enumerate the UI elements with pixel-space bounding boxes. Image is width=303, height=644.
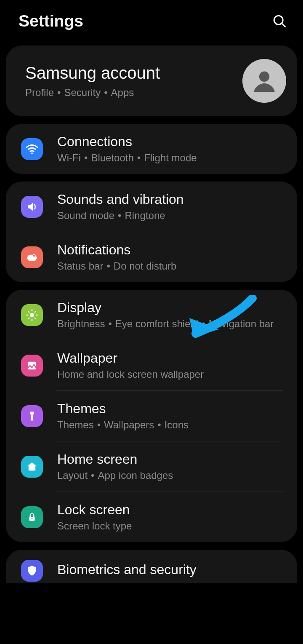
- item-title: Wallpaper: [57, 350, 287, 366]
- search-button[interactable]: [270, 12, 289, 30]
- svg-point-5: [33, 254, 35, 257]
- item-title: Display: [57, 300, 287, 315]
- svg-line-14: [35, 311, 36, 312]
- notification-icon: [21, 246, 43, 268]
- themes-icon: [21, 405, 43, 427]
- item-subtitle: Screen lock type: [57, 520, 287, 532]
- settings-item-biometrics[interactable]: Biometrics and security: [6, 550, 297, 583]
- item-title: Themes: [57, 401, 287, 417]
- settings-group: Display Brightness•Eye comfort shield•Na…: [6, 290, 297, 542]
- svg-point-6: [30, 313, 34, 317]
- account-title: Samsung account: [25, 64, 242, 83]
- home-icon: [21, 456, 43, 478]
- svg-line-1: [282, 23, 285, 27]
- svg-line-13: [28, 318, 29, 318]
- settings-item-themes[interactable]: Themes Themes•Wallpapers•Icons: [6, 391, 297, 441]
- shield-icon: [21, 560, 43, 582]
- page-title: Settings: [19, 12, 83, 30]
- item-subtitle: Themes•Wallpapers•Icons: [57, 419, 287, 431]
- search-icon: [272, 13, 287, 29]
- svg-point-16: [30, 363, 32, 365]
- svg-point-3: [31, 152, 33, 154]
- account-card[interactable]: Samsung account Profile•Security•Apps: [6, 45, 297, 116]
- settings-item-connections[interactable]: Connections Wi-Fi•Bluetooth•Flight mode: [6, 124, 297, 174]
- svg-line-12: [35, 318, 36, 318]
- item-subtitle: Sound mode•Ringtone: [57, 210, 287, 222]
- lock-icon: [21, 506, 43, 528]
- item-title: Notifications: [57, 242, 287, 258]
- person-icon: [250, 66, 279, 96]
- avatar[interactable]: [242, 59, 286, 103]
- svg-line-11: [28, 311, 29, 312]
- item-subtitle: Home and lock screen wallpaper: [57, 369, 287, 380]
- svg-point-2: [259, 72, 270, 82]
- settings-item-home-screen[interactable]: Home screen Layout•App icon badges: [6, 441, 297, 492]
- svg-rect-17: [31, 415, 33, 420]
- item-subtitle: Status bar•Do not disturb: [57, 260, 287, 272]
- brightness-icon: [21, 304, 43, 326]
- settings-item-notifications[interactable]: Notifications Status bar•Do not disturb: [6, 232, 297, 282]
- account-subtitle: Profile•Security•Apps: [25, 87, 242, 99]
- item-title: Connections: [57, 134, 287, 150]
- svg-point-19: [31, 518, 32, 519]
- settings-group: Sounds and vibration Sound mode•Ringtone…: [6, 182, 297, 282]
- item-title: Lock screen: [57, 502, 287, 518]
- settings-group: Biometrics and security: [6, 550, 297, 583]
- settings-item-wallpaper[interactable]: Wallpaper Home and lock screen wallpaper: [6, 340, 297, 390]
- item-subtitle: Layout•App icon badges: [57, 470, 287, 481]
- sound-icon: [21, 196, 43, 218]
- item-title: Home screen: [57, 452, 287, 467]
- wifi-icon: [21, 138, 43, 160]
- settings-item-lock-screen[interactable]: Lock screen Screen lock type: [6, 492, 297, 542]
- settings-item-sounds[interactable]: Sounds and vibration Sound mode•Ringtone: [6, 182, 297, 232]
- item-subtitle: Wi-Fi•Bluetooth•Flight mode: [57, 152, 287, 164]
- settings-item-display[interactable]: Display Brightness•Eye comfort shield•Na…: [6, 290, 297, 340]
- wallpaper-icon: [21, 355, 43, 377]
- settings-group: Connections Wi-Fi•Bluetooth•Flight mode: [6, 124, 297, 174]
- item-subtitle: Brightness•Eye comfort shield•Navigation…: [57, 318, 287, 330]
- item-title: Biometrics and security: [57, 562, 287, 577]
- item-title: Sounds and vibration: [57, 192, 287, 207]
